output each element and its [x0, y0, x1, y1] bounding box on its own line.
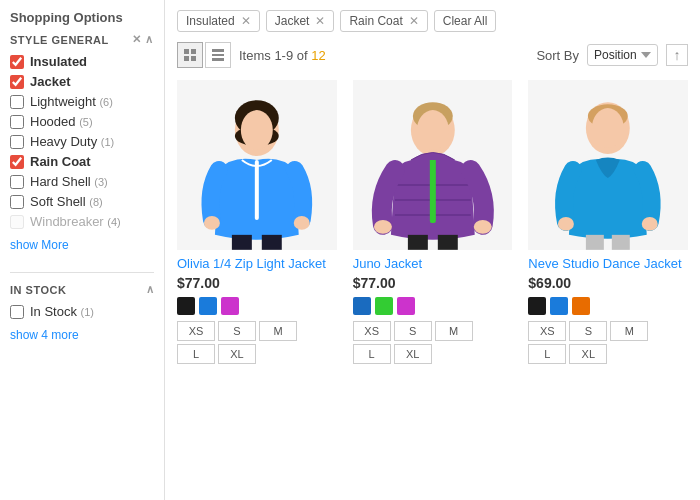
filter-rain-coat-label: Rain Coat	[30, 154, 91, 169]
filter-tag-jacket[interactable]: Jacket ✕	[266, 10, 335, 32]
filter-tag-insulated-remove[interactable]: ✕	[241, 14, 251, 28]
swatch-0-2[interactable]	[221, 297, 239, 315]
product-name-1[interactable]: Juno Jacket	[353, 256, 513, 271]
filter-in-stock-checkbox[interactable]	[10, 305, 24, 319]
filter-hooded-label: Hooded (5)	[30, 114, 93, 129]
swatch-2-2[interactable]	[572, 297, 590, 315]
svg-point-3	[241, 110, 273, 150]
size-s-2[interactable]: S	[569, 321, 607, 341]
filter-heavy-duty-label: Heavy Duty (1)	[30, 134, 114, 149]
style-section-controls[interactable]: ✕ ∧	[132, 33, 154, 46]
svg-rect-25	[586, 235, 604, 250]
main-content: Insulated ✕ Jacket ✕ Rain Coat ✕ Clear A…	[165, 0, 700, 500]
size-xl-0[interactable]: XL	[218, 344, 256, 364]
product-sizes-1: XS S M L XL	[353, 321, 473, 364]
filter-in-stock-label: In Stock (1)	[30, 304, 94, 319]
filter-hard-shell-checkbox[interactable]	[10, 175, 24, 189]
size-xs-2[interactable]: XS	[528, 321, 566, 341]
swatch-2-0[interactable]	[528, 297, 546, 315]
grid-icon	[184, 49, 196, 61]
swatch-1-1[interactable]	[375, 297, 393, 315]
size-xs-1[interactable]: XS	[353, 321, 391, 341]
swatch-0-1[interactable]	[199, 297, 217, 315]
items-total: 12	[311, 48, 325, 63]
swatch-2-1[interactable]	[550, 297, 568, 315]
swatch-0-0[interactable]	[177, 297, 195, 315]
size-l-2[interactable]: L	[528, 344, 566, 364]
filter-jacket[interactable]: Jacket	[10, 74, 154, 89]
size-m-1[interactable]: M	[435, 321, 473, 341]
filter-soft-shell[interactable]: Soft Shell (8)	[10, 194, 154, 209]
filter-tag-jacket-label: Jacket	[275, 14, 310, 28]
size-s-0[interactable]: S	[218, 321, 256, 341]
product-sizes-2: XS S M L XL	[528, 321, 648, 364]
swatch-1-0[interactable]	[353, 297, 371, 315]
show-more-link[interactable]: show More	[10, 238, 69, 252]
product-img-1	[353, 80, 513, 250]
filter-hard-shell-label: Hard Shell (3)	[30, 174, 108, 189]
product-img-0	[177, 80, 337, 250]
filter-lightweight-label: Lightweight (6)	[30, 94, 113, 109]
filter-lightweight-checkbox[interactable]	[10, 95, 24, 109]
product-img-2	[528, 80, 688, 250]
product-swatches-1	[353, 297, 513, 315]
filter-tag-raincoat-label: Rain Coat	[349, 14, 402, 28]
filter-hooded-checkbox[interactable]	[10, 115, 24, 129]
filter-insulated-checkbox[interactable]	[10, 55, 24, 69]
filter-tag-jacket-remove[interactable]: ✕	[315, 14, 325, 28]
list-icon	[212, 49, 224, 61]
filter-lightweight[interactable]: Lightweight (6)	[10, 94, 154, 109]
size-xl-1[interactable]: XL	[394, 344, 432, 364]
items-count: Items 1-9 of 12	[239, 48, 528, 63]
filter-jacket-checkbox[interactable]	[10, 75, 24, 89]
product-swatches-2	[528, 297, 688, 315]
size-s-1[interactable]: S	[394, 321, 432, 341]
size-m-2[interactable]: M	[610, 321, 648, 341]
view-buttons	[177, 42, 231, 68]
filter-heavy-duty[interactable]: Heavy Duty (1)	[10, 134, 154, 149]
size-m-0[interactable]: M	[259, 321, 297, 341]
svg-rect-18	[408, 235, 428, 250]
product-sizes-0: XS S M L XL	[177, 321, 297, 364]
filter-tag-raincoat[interactable]: Rain Coat ✕	[340, 10, 427, 32]
size-xl-2[interactable]: XL	[569, 344, 607, 364]
filter-tag-insulated[interactable]: Insulated ✕	[177, 10, 260, 32]
product-price-0: $77.00	[177, 275, 337, 291]
filter-insulated[interactable]: Insulated	[10, 54, 154, 69]
svg-point-23	[558, 217, 574, 231]
filter-windbreaker-checkbox[interactable]	[10, 215, 24, 229]
stock-section-header: IN STOCK ∧	[10, 283, 154, 296]
size-l-0[interactable]: L	[177, 344, 215, 364]
svg-point-5	[204, 216, 220, 230]
filter-rain-coat-checkbox[interactable]	[10, 155, 24, 169]
size-xs-0[interactable]: XS	[177, 321, 215, 341]
show-4-more-link[interactable]: show 4 more	[10, 328, 79, 342]
swatch-1-2[interactable]	[397, 297, 415, 315]
svg-rect-4	[255, 160, 259, 220]
filter-hooded[interactable]: Hooded (5)	[10, 114, 154, 129]
product-name-0[interactable]: Olivia 1/4 Zip Light Jacket	[177, 256, 337, 271]
filter-rain-coat[interactable]: Rain Coat	[10, 154, 154, 169]
filter-hard-shell[interactable]: Hard Shell (3)	[10, 174, 154, 189]
svg-point-17	[473, 220, 491, 234]
product-card-1: Juno Jacket $77.00 XS S M L XL	[353, 80, 513, 364]
stock-section-controls[interactable]: ∧	[146, 283, 155, 296]
list-view-button[interactable]	[205, 42, 231, 68]
svg-point-11	[417, 110, 449, 150]
product-card-2: Neve Studio Dance Jacket $69.00 XS S M L…	[528, 80, 688, 364]
filter-windbreaker[interactable]: Windbreaker (4)	[10, 214, 154, 229]
sort-select[interactable]: Position Name Price	[587, 44, 658, 66]
filter-in-stock[interactable]: In Stock (1)	[10, 304, 154, 319]
filter-heavy-duty-checkbox[interactable]	[10, 135, 24, 149]
product-price-1: $77.00	[353, 275, 513, 291]
product-grid: Olivia 1/4 Zip Light Jacket $77.00 XS S …	[177, 80, 688, 364]
filter-tag-raincoat-remove[interactable]: ✕	[409, 14, 419, 28]
size-l-1[interactable]: L	[353, 344, 391, 364]
sort-direction-button[interactable]: ↑	[666, 44, 688, 66]
clear-all-button[interactable]: Clear All	[434, 10, 497, 32]
grid-view-button[interactable]	[177, 42, 203, 68]
style-section-label: STYLE GENERAL	[10, 34, 109, 46]
product-name-2[interactable]: Neve Studio Dance Jacket	[528, 256, 688, 271]
filter-windbreaker-label: Windbreaker (4)	[30, 214, 121, 229]
filter-soft-shell-checkbox[interactable]	[10, 195, 24, 209]
